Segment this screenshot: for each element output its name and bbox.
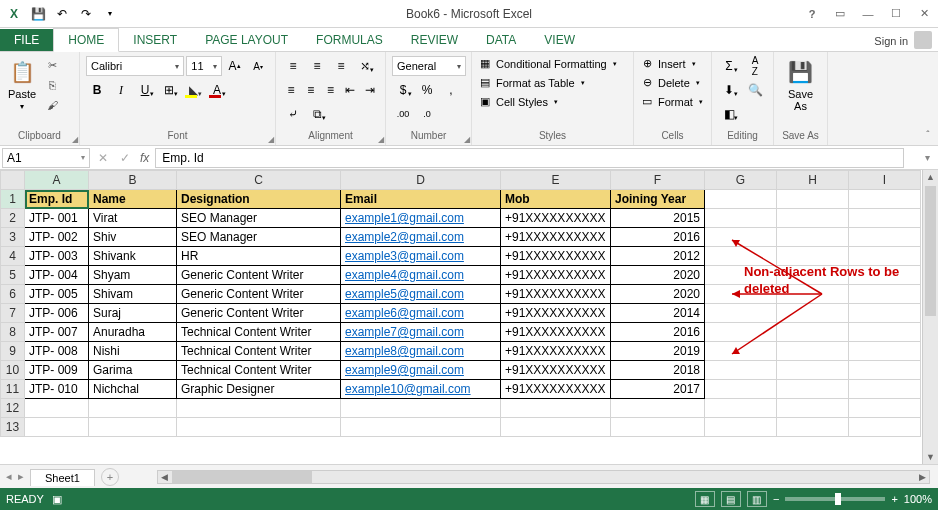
- cell-I3[interactable]: [849, 228, 921, 247]
- cell-G11[interactable]: [705, 380, 777, 399]
- minimize-icon[interactable]: —: [854, 2, 882, 26]
- ribbon-display-icon[interactable]: ▭: [826, 2, 854, 26]
- cell-I10[interactable]: [849, 361, 921, 380]
- decrease-font-icon[interactable]: A▾: [247, 56, 269, 76]
- cell-I4[interactable]: [849, 247, 921, 266]
- fill-color-button[interactable]: ◣▾: [182, 80, 204, 100]
- cell-A11[interactable]: JTP- 010: [25, 380, 89, 399]
- tab-view[interactable]: VIEW: [530, 29, 589, 51]
- cell-F8[interactable]: 2016: [611, 323, 705, 342]
- cell-E13[interactable]: [501, 418, 611, 437]
- cell-G8[interactable]: [705, 323, 777, 342]
- row-header-10[interactable]: 10: [1, 361, 25, 380]
- col-header-G[interactable]: G: [705, 171, 777, 190]
- cell-I2[interactable]: [849, 209, 921, 228]
- cell-B1[interactable]: Name: [89, 190, 177, 209]
- cell-F13[interactable]: [611, 418, 705, 437]
- cell-B12[interactable]: [89, 399, 177, 418]
- col-header-C[interactable]: C: [177, 171, 341, 190]
- cell-A9[interactable]: JTP- 008: [25, 342, 89, 361]
- increase-indent-icon[interactable]: ⇥: [361, 80, 379, 100]
- col-header-D[interactable]: D: [341, 171, 501, 190]
- cell-I13[interactable]: [849, 418, 921, 437]
- cell-A12[interactable]: [25, 399, 89, 418]
- cell-G9[interactable]: [705, 342, 777, 361]
- cell-I5[interactable]: [849, 266, 921, 285]
- cell-B4[interactable]: Shivank: [89, 247, 177, 266]
- col-header-I[interactable]: I: [849, 171, 921, 190]
- cell-E10[interactable]: +91XXXXXXXXXX: [501, 361, 611, 380]
- cell-F3[interactable]: 2016: [611, 228, 705, 247]
- sheet-tab-1[interactable]: Sheet1: [30, 469, 95, 486]
- cell-H7[interactable]: [777, 304, 849, 323]
- find-select-icon[interactable]: 🔍: [744, 80, 766, 100]
- cell-E7[interactable]: +91XXXXXXXXXX: [501, 304, 611, 323]
- cell-D8[interactable]: example7@gmail.com: [341, 323, 501, 342]
- add-sheet-icon[interactable]: +: [101, 468, 119, 486]
- cell-H13[interactable]: [777, 418, 849, 437]
- italic-button[interactable]: I: [110, 80, 132, 100]
- cell-F7[interactable]: 2014: [611, 304, 705, 323]
- cell-B8[interactable]: Anuradha: [89, 323, 177, 342]
- cell-B6[interactable]: Shivam: [89, 285, 177, 304]
- cell-H5[interactable]: [777, 266, 849, 285]
- cell-H11[interactable]: [777, 380, 849, 399]
- clear-icon[interactable]: ◧▾: [718, 104, 740, 124]
- cell-C1[interactable]: Designation: [177, 190, 341, 209]
- sheet-nav[interactable]: ◂▸: [0, 470, 30, 483]
- avatar-icon[interactable]: [914, 31, 932, 49]
- row-header-2[interactable]: 2: [1, 209, 25, 228]
- paste-button[interactable]: 📋 Paste ▾: [6, 56, 38, 113]
- cell-E1[interactable]: Mob: [501, 190, 611, 209]
- align-left-icon[interactable]: ≡: [282, 80, 300, 100]
- col-header-F[interactable]: F: [611, 171, 705, 190]
- cell-C11[interactable]: Graphic Designer: [177, 380, 341, 399]
- cell-E9[interactable]: +91XXXXXXXXXX: [501, 342, 611, 361]
- vertical-scrollbar[interactable]: ▲ ▼: [922, 170, 938, 464]
- cell-G12[interactable]: [705, 399, 777, 418]
- qat-dropdown-icon[interactable]: ▾: [100, 4, 120, 24]
- zoom-slider[interactable]: [785, 497, 885, 501]
- orientation-icon[interactable]: ⤭▾: [354, 56, 376, 76]
- cell-H4[interactable]: [777, 247, 849, 266]
- increase-decimal-icon[interactable]: .00: [392, 104, 414, 124]
- cell-C2[interactable]: SEO Manager: [177, 209, 341, 228]
- tab-file[interactable]: FILE: [0, 29, 53, 51]
- cell-E5[interactable]: +91XXXXXXXXXX: [501, 266, 611, 285]
- page-break-view-icon[interactable]: ▥: [747, 491, 767, 507]
- cell-F11[interactable]: 2017: [611, 380, 705, 399]
- cell-C9[interactable]: Technical Content Writer: [177, 342, 341, 361]
- conditional-formatting-button[interactable]: ▦Conditional Formatting▾: [478, 56, 627, 71]
- redo-icon[interactable]: ↷: [76, 4, 96, 24]
- row-header-4[interactable]: 4: [1, 247, 25, 266]
- cell-B13[interactable]: [89, 418, 177, 437]
- format-cells-button[interactable]: ▭Format▾: [640, 94, 705, 109]
- row-header-8[interactable]: 8: [1, 323, 25, 342]
- cell-A6[interactable]: JTP- 005: [25, 285, 89, 304]
- cell-G4[interactable]: [705, 247, 777, 266]
- cell-E8[interactable]: +91XXXXXXXXXX: [501, 323, 611, 342]
- zoom-level[interactable]: 100%: [904, 493, 932, 505]
- cell-A3[interactable]: JTP- 002: [25, 228, 89, 247]
- normal-view-icon[interactable]: ▦: [695, 491, 715, 507]
- zoom-out-icon[interactable]: −: [773, 493, 779, 505]
- decrease-decimal-icon[interactable]: .0: [416, 104, 438, 124]
- cell-F6[interactable]: 2020: [611, 285, 705, 304]
- fill-icon[interactable]: ⬇▾: [718, 80, 740, 100]
- cell-H12[interactable]: [777, 399, 849, 418]
- save-icon[interactable]: 💾: [28, 4, 48, 24]
- zoom-in-icon[interactable]: +: [891, 493, 897, 505]
- cell-E12[interactable]: [501, 399, 611, 418]
- undo-icon[interactable]: ↶: [52, 4, 72, 24]
- sort-filter-icon[interactable]: AZ: [744, 56, 766, 76]
- col-header-A[interactable]: A: [25, 171, 89, 190]
- cell-F4[interactable]: 2012: [611, 247, 705, 266]
- cell-F5[interactable]: 2020: [611, 266, 705, 285]
- row-header-1[interactable]: 1: [1, 190, 25, 209]
- sign-in-link[interactable]: Sign in: [868, 31, 914, 51]
- row-header-3[interactable]: 3: [1, 228, 25, 247]
- macro-record-icon[interactable]: ▣: [52, 493, 62, 506]
- cell-G6[interactable]: [705, 285, 777, 304]
- cell-E6[interactable]: +91XXXXXXXXXX: [501, 285, 611, 304]
- number-dialog-launcher[interactable]: ◢: [464, 135, 470, 144]
